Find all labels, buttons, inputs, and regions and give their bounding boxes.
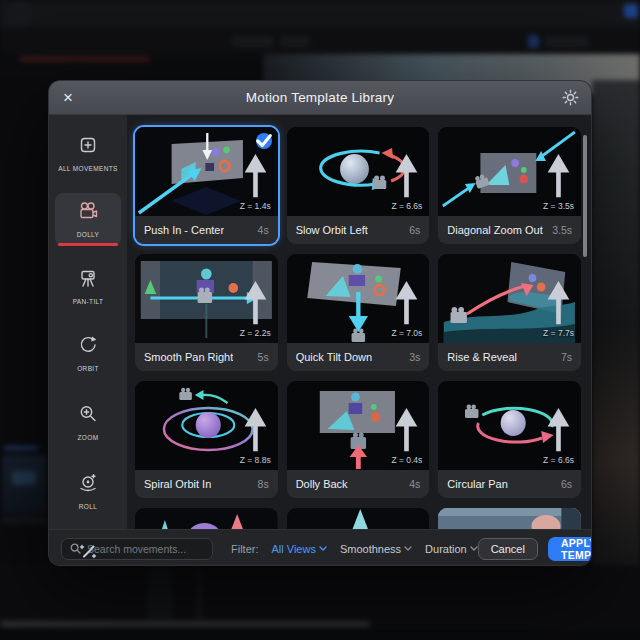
- z-depth-indicator: Z = 6.6s: [543, 408, 574, 465]
- filter-label: Filter:: [231, 543, 259, 555]
- template-label-bar: Push In - Center 4s: [135, 216, 278, 244]
- template-thumbnail: Z = 7.0s: [287, 254, 430, 343]
- orbit-arrows-icon: [77, 334, 99, 360]
- grid-scrollbar[interactable]: [583, 135, 587, 257]
- template-thumbnail: Z = 7.7s: [438, 254, 581, 343]
- movie-camera-icon: [77, 200, 99, 226]
- template-thumbnail: Z = 1.4s: [135, 127, 278, 216]
- magic-wand-icon: [77, 541, 99, 566]
- plus-square-icon: [77, 134, 99, 160]
- template-card-partial[interactable]: [438, 508, 581, 529]
- template-label-bar: Spiral Orbit In 8s: [135, 470, 278, 498]
- sidebar-item-zoom[interactable]: ZOOM: [55, 396, 121, 449]
- dialog-header: × Motion Template Library: [49, 81, 591, 115]
- z-depth-indicator: Z = 0.4s: [391, 408, 422, 465]
- template-label-bar: Rise & Reveal 7s: [438, 343, 581, 371]
- z-depth-indicator: Z = 2.2s: [240, 281, 271, 338]
- chevron-down-icon: [470, 546, 478, 551]
- template-card-spiral-orbit-in[interactable]: Z = 8.8s Spiral Orbit In 8s: [135, 381, 278, 498]
- template-label-bar: Slow Orbit Left 6s: [287, 216, 430, 244]
- sidebar-item-label: ZOOM: [78, 434, 99, 441]
- template-duration: 4s: [409, 478, 420, 490]
- template-name: Push In - Center: [144, 224, 224, 236]
- template-name: Smooth Pan Right: [144, 351, 233, 363]
- template-card-circular-pan[interactable]: Z = 6.6s Circular Pan 6s: [438, 381, 581, 498]
- template-card-push-in-center[interactable]: Z = 1.4s Push In - Center 4s: [135, 127, 278, 244]
- sidebar-item-custom[interactable]: CUSTOM: [55, 534, 121, 566]
- template-card-diagonal-zoom-out[interactable]: Z = 3.5s Diagonal Zoom Out 3.5s: [438, 127, 581, 244]
- template-card-smooth-pan-right[interactable]: Z = 2.2s Smooth Pan Right 5s: [135, 254, 278, 371]
- sidebar-item-label: ALL MOVEMENTS: [58, 165, 118, 172]
- sidebar-item-dolly[interactable]: DOLLY: [55, 193, 121, 246]
- roll-dial-icon: [77, 472, 99, 498]
- template-duration: 5s: [258, 351, 269, 363]
- dialog-title: Motion Template Library: [49, 90, 591, 105]
- motion-template-library-dialog: × Motion Template Library ALL MOVE: [48, 80, 592, 566]
- chevron-down-icon: [319, 546, 327, 551]
- selected-check-icon: [256, 133, 272, 149]
- template-card-partial[interactable]: [135, 508, 278, 529]
- dialog-body: ALL MOVEMENTS DOLLY PAN-TILT: [49, 115, 591, 529]
- template-duration: 8s: [258, 478, 269, 490]
- category-sidebar: ALL MOVEMENTS DOLLY PAN-TILT: [49, 115, 127, 529]
- gear-icon[interactable]: [562, 89, 579, 110]
- tripod-camera-icon: [77, 267, 99, 293]
- z-depth-indicator: Z = 3.5s: [543, 154, 574, 211]
- sidebar-item-label: PAN-TILT: [73, 298, 104, 305]
- sidebar-item-orbit[interactable]: ORBIT: [55, 327, 121, 380]
- template-thumbnail: Z = 2.2s: [135, 254, 278, 343]
- z-depth-indicator: Z = 7.0s: [391, 281, 422, 338]
- template-name: Dolly Back: [296, 478, 348, 490]
- template-card-slow-orbit-left[interactable]: Z = 6.6s Slow Orbit Left 6s: [287, 127, 430, 244]
- template-duration: 3s: [409, 351, 420, 363]
- screen: × Motion Template Library ALL MOVE: [0, 0, 640, 640]
- template-name: Rise & Reveal: [447, 351, 517, 363]
- cancel-button[interactable]: Cancel: [478, 538, 538, 560]
- sidebar-item-roll[interactable]: ROLL: [55, 465, 121, 518]
- magnifier-plus-icon: [77, 403, 99, 429]
- template-grid: Z = 1.4s Push In - Center 4s: [127, 115, 591, 529]
- sidebar-item-label: ORBIT: [77, 365, 99, 372]
- template-card-rise-and-reveal[interactable]: Z = 7.7s Rise & Reveal 7s: [438, 254, 581, 371]
- template-card-partial[interactable]: [287, 508, 430, 529]
- template-duration: 6s: [561, 478, 572, 490]
- template-duration: 6s: [409, 224, 420, 236]
- z-depth-indicator: Z = 8.8s: [240, 408, 271, 465]
- template-thumbnail: Z = 0.4s: [287, 381, 430, 470]
- template-name: Spiral Orbit In: [144, 478, 211, 490]
- template-label-bar: Diagonal Zoom Out 3.5s: [438, 216, 581, 244]
- template-thumbnail: Z = 3.5s: [438, 127, 581, 216]
- template-thumbnail: Z = 8.8s: [135, 381, 278, 470]
- template-name: Diagonal Zoom Out: [447, 224, 542, 236]
- template-name: Circular Pan: [447, 478, 508, 490]
- sidebar-item-label: DOLLY: [77, 231, 100, 238]
- filter-duration[interactable]: Duration: [425, 543, 478, 555]
- template-thumbnail: Z = 6.6s: [287, 127, 430, 216]
- template-card-dolly-back[interactable]: Z = 0.4s Dolly Back 4s: [287, 381, 430, 498]
- filter-smoothness[interactable]: Smoothness: [340, 543, 412, 555]
- template-duration: 4s: [258, 224, 269, 236]
- z-depth-indicator: Z = 6.6s: [391, 154, 422, 211]
- template-card-quick-tilt-down[interactable]: Z = 7.0s Quick Tilt Down 3s: [287, 254, 430, 371]
- template-duration: 3.5s: [552, 224, 572, 236]
- sidebar-item-all-movements[interactable]: ALL MOVEMENTS: [55, 127, 121, 180]
- chevron-down-icon: [404, 546, 412, 551]
- template-label-bar: Quick Tilt Down 3s: [287, 343, 430, 371]
- close-icon[interactable]: ×: [63, 89, 73, 106]
- template-label-bar: Circular Pan 6s: [438, 470, 581, 498]
- template-name: Slow Orbit Left: [296, 224, 368, 236]
- sidebar-item-pan-tilt[interactable]: PAN-TILT: [55, 260, 121, 313]
- template-label-bar: Dolly Back 4s: [287, 470, 430, 498]
- template-name: Quick Tilt Down: [296, 351, 372, 363]
- sidebar-item-label: ROLL: [79, 503, 97, 510]
- dialog-footer: Filter: All Views Smoothness Duration Ca…: [49, 529, 591, 566]
- apply-template-button[interactable]: APPLY TEMPLATE: [548, 537, 592, 561]
- z-depth-indicator: Z = 1.4s: [240, 154, 271, 211]
- template-thumbnail: Z = 6.6s: [438, 381, 581, 470]
- filter-all-views[interactable]: All Views: [272, 543, 327, 555]
- template-label-bar: Smooth Pan Right 5s: [135, 343, 278, 371]
- template-duration: 7s: [561, 351, 572, 363]
- z-depth-indicator: Z = 7.7s: [543, 281, 574, 338]
